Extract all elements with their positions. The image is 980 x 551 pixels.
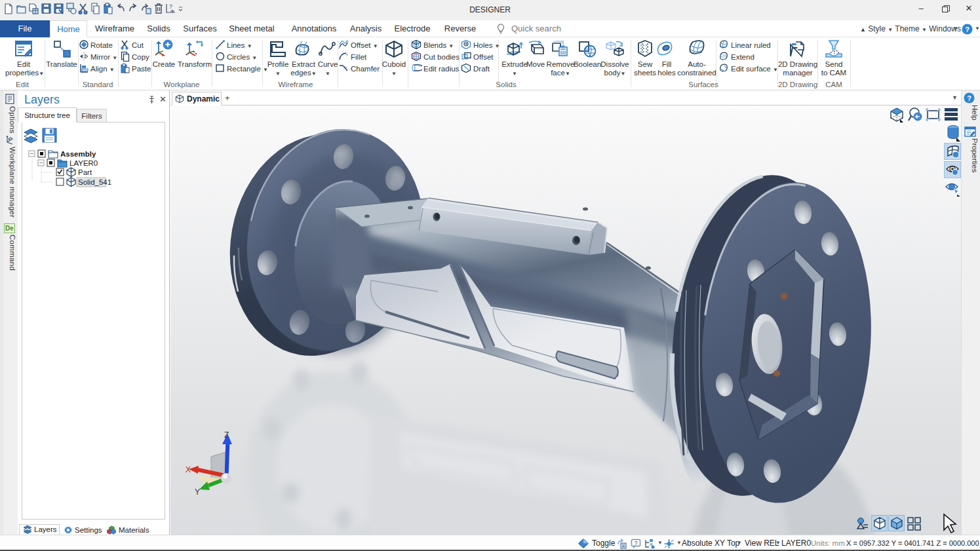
svg-text:LAYER0: LAYER0 [69, 159, 98, 167]
svg-text:Assembly: Assembly [60, 150, 96, 158]
svg-text:Y: Y [195, 487, 200, 497]
svg-text:?: ? [634, 540, 637, 546]
svg-text:?: ? [967, 94, 971, 102]
svg-text:Part: Part [78, 168, 92, 176]
svg-text:Solid_541: Solid_541 [78, 178, 111, 186]
svg-text:Z: Z [224, 430, 229, 440]
svg-text:De: De [5, 225, 14, 232]
svg-text:?: ? [965, 26, 970, 33]
svg-text:X: X [186, 465, 191, 474]
